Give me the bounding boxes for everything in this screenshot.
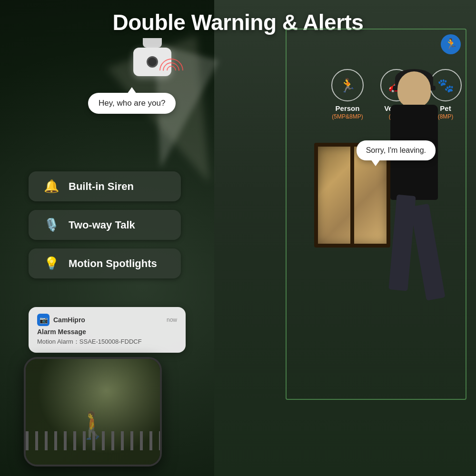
feature-btn-siren[interactable]: 🔔 Built-in Siren bbox=[29, 171, 181, 201]
push-notification: 📷 CamHipro now Alarm Message Motion Alar… bbox=[29, 307, 186, 353]
siren-label: Built-in Siren bbox=[69, 180, 134, 193]
person-speech-bubble: Sorry, I'm leaving. bbox=[357, 140, 436, 160]
notification-message: Motion Alarm：SSAE-150008-FDDCF bbox=[37, 337, 177, 346]
phone-screen: 🚶 bbox=[26, 359, 160, 465]
camera-mount bbox=[143, 38, 162, 48]
camera-body bbox=[133, 48, 171, 76]
run-icon: 🏃 bbox=[445, 38, 457, 50]
spotlight-label: Motion Spotlights bbox=[69, 258, 157, 270]
feature-btn-spotlight[interactable]: 💡 Motion Spotlights bbox=[29, 248, 181, 278]
camera-area bbox=[124, 38, 181, 76]
phone-mockup: 🚶 bbox=[24, 357, 162, 466]
notification-app-info: 📷 CamHipro bbox=[37, 314, 85, 326]
main-content: Double Warning & Alerts Hey, who are you… bbox=[0, 0, 476, 476]
spotlight-icon: 💡 bbox=[43, 256, 60, 271]
notification-header: 📷 CamHipro now bbox=[37, 314, 177, 326]
notification-time: now bbox=[167, 317, 177, 323]
feature-btn-talk[interactable]: 🎙️ Two-way Talk bbox=[29, 210, 181, 240]
talk-icon: 🎙️ bbox=[43, 218, 60, 232]
camera-speech-bubble: Hey, who are you? bbox=[88, 93, 176, 114]
app-name: CamHipro bbox=[53, 316, 85, 324]
person-speech-text: Sorry, I'm leaving. bbox=[366, 146, 426, 154]
phone-person-figure: 🚶 bbox=[77, 410, 109, 441]
siren-icon: 🔔 bbox=[43, 179, 60, 194]
camera-speech-text: Hey, who are you? bbox=[99, 99, 165, 108]
person-figure bbox=[367, 71, 462, 367]
app-icon: 📷 bbox=[37, 314, 50, 326]
person-head bbox=[397, 71, 431, 107]
feature-buttons-list: 🔔 Built-in Siren 🎙️ Two-way Talk 💡 Motio… bbox=[29, 171, 181, 278]
radar-arc-3 bbox=[155, 54, 188, 88]
person-legs bbox=[393, 195, 436, 290]
detection-run-icon: 🏃 bbox=[441, 34, 461, 54]
person-leg-right bbox=[410, 204, 445, 301]
talk-label: Two-way Talk bbox=[69, 219, 135, 231]
notification-title: Alarm Message bbox=[37, 328, 177, 336]
camera-lens bbox=[147, 56, 158, 68]
